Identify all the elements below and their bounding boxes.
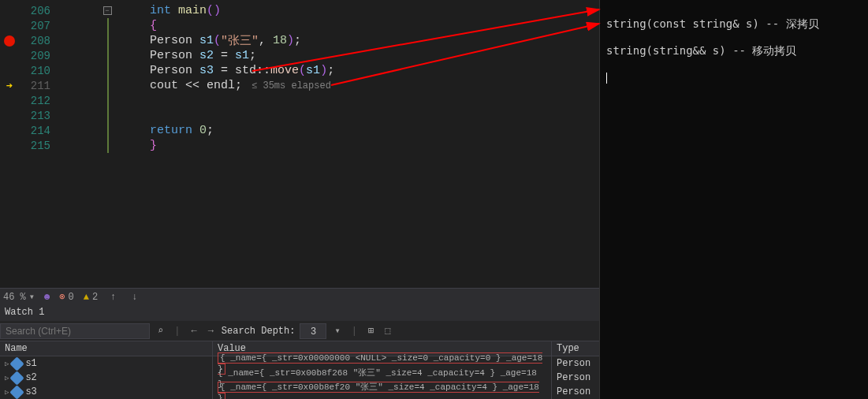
line-number: 210 — [19, 65, 50, 77]
number: 18 — [273, 34, 287, 47]
string-literal: "张三" — [221, 33, 259, 48]
watch-var-name: s1 — [25, 358, 36, 369]
operator: << — [178, 79, 207, 92]
search-icon[interactable]: ⌕ — [155, 325, 166, 337]
semicolon: ; — [249, 49, 256, 62]
depth-stepper-icon[interactable]: ▾ — [331, 325, 343, 337]
line-number: 211 — [19, 80, 50, 92]
line-number: 207 — [19, 20, 50, 32]
type: Person — [150, 64, 199, 77]
line-number: 206 — [19, 5, 50, 17]
paren: ) — [214, 4, 221, 17]
type: Person — [150, 34, 199, 47]
line-number: 213 — [19, 110, 50, 122]
nav-up-icon[interactable]: ↑ — [107, 292, 119, 303]
gutter: 206 207 208 209 210 ➔211 212 213 214 215 — [0, 0, 65, 288]
semicolon: ; — [207, 124, 214, 137]
operator: = — [214, 49, 235, 62]
paren: ( — [207, 4, 214, 17]
col-name-header[interactable]: Name — [0, 341, 213, 356]
inline-timing-hint: ≤ 35ms elapsed — [251, 80, 331, 91]
line-number: 215 — [19, 140, 50, 152]
watch-type: Person — [552, 356, 599, 371]
variable: s2 — [199, 49, 214, 62]
error-count[interactable]: ⊗ 0 — [59, 291, 73, 303]
watch-tool2-icon[interactable]: ⬚ — [382, 325, 393, 337]
watch-toolbar: ⌕ | ← → Search Depth: ▾ | ⊞ ⬚ — [0, 321, 599, 341]
watch-panel: Watch 1 ⌕ | ← → Search Depth: ▾ | ⊞ ⬚ Na… — [0, 305, 599, 399]
col-type-header[interactable]: Type — [552, 341, 599, 356]
watch-tool-icon[interactable]: ⊞ — [365, 325, 377, 337]
variable: s3 — [199, 64, 214, 77]
execution-arrow-icon: ➔ — [6, 79, 13, 92]
identifier: endl — [207, 79, 235, 92]
semicolon: ; — [327, 64, 334, 77]
brace: } — [150, 139, 157, 152]
semicolon: ; — [235, 79, 242, 92]
console-cursor — [606, 73, 607, 84]
expand-icon[interactable]: ▷ — [5, 388, 9, 397]
warning-count[interactable]: ▲ 2 — [84, 292, 98, 303]
watch-value: { _name={ _str=0x00b8ef20 "张三" _size=4 _… — [218, 382, 539, 400]
watch-var-name: s3 — [25, 386, 36, 397]
debug-console[interactable]: string(const string& s) -- 深拷贝 string(st… — [599, 0, 868, 399]
zoom-level[interactable]: 46 % ▾ — [3, 291, 35, 303]
semicolon: ; — [294, 34, 301, 47]
line-number: 214 — [19, 125, 50, 137]
breakpoint-icon[interactable] — [4, 35, 15, 47]
line-number: 209 — [19, 50, 50, 62]
search-depth-input[interactable] — [300, 323, 326, 339]
object-icon — [10, 385, 24, 399]
fold-toggle-icon[interactable]: − — [103, 6, 112, 15]
line-number: 208 — [19, 35, 50, 47]
object-icon — [10, 356, 24, 371]
identifier: cout — [150, 79, 178, 92]
function-name: main — [171, 4, 207, 17]
console-output-line: string(string&& s) -- 移动拷贝 — [606, 44, 862, 58]
scope-op: :: — [256, 64, 270, 77]
feedback-icon[interactable]: ☻ — [44, 292, 50, 303]
code-content[interactable]: int main() { Person s1("张三", 18); Person… — [150, 0, 599, 288]
watch-type: Person — [552, 385, 599, 399]
watch-panel-title: Watch 1 — [0, 305, 599, 321]
object-icon — [10, 371, 24, 385]
search-depth-label: Search Depth: — [222, 326, 296, 337]
watch-table: Name Value Type ▷s1 { _name={ _str=0x000… — [0, 341, 599, 399]
watch-type: Person — [552, 371, 599, 385]
number: 0 — [199, 124, 207, 137]
operator: = — [214, 64, 235, 77]
variable: s1 — [199, 34, 214, 47]
search-next-icon[interactable]: → — [205, 326, 217, 337]
type: Person — [150, 49, 199, 62]
search-prev-icon[interactable]: ← — [188, 326, 199, 337]
nav-down-icon[interactable]: ↓ — [129, 292, 140, 303]
namespace: std — [235, 64, 256, 77]
watch-var-name: s2 — [25, 372, 36, 383]
comma: , — [259, 34, 273, 47]
brace: { — [150, 19, 157, 32]
console-output-line: string(const string& s) -- 深拷贝 — [606, 17, 862, 32]
watch-search-input[interactable] — [0, 323, 150, 339]
variable: s1 — [306, 64, 320, 77]
line-number: 212 — [19, 95, 50, 107]
keyword: int — [150, 4, 171, 17]
variable: s1 — [235, 49, 249, 62]
status-bar: 46 % ▾ ☻ ⊗ 0 ▲ 2 ↑ ↓ — [0, 288, 599, 305]
expand-icon[interactable]: ▷ — [5, 374, 9, 382]
expand-icon[interactable]: ▷ — [5, 360, 9, 368]
keyword: return — [150, 124, 199, 137]
fold-margin: − — [65, 0, 150, 288]
paren: ) — [320, 64, 327, 77]
function-call: move — [270, 64, 299, 77]
watch-row[interactable]: ▷s3 { _name={ _str=0x00b8ef20 "张三" _size… — [0, 385, 599, 399]
paren: ( — [299, 64, 306, 77]
code-editor[interactable]: 206 207 208 209 210 ➔211 212 213 214 215… — [0, 0, 599, 288]
paren: ) — [287, 34, 294, 47]
paren: ( — [214, 34, 221, 47]
